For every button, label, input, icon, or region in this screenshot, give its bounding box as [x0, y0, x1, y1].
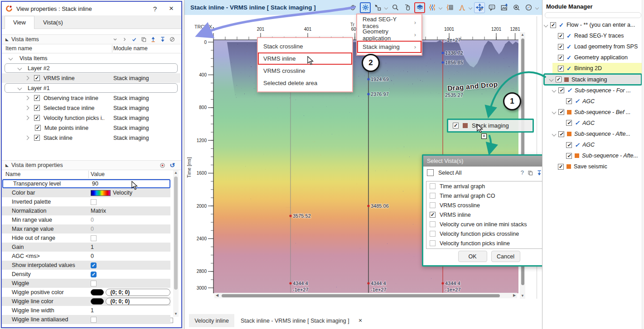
module-checkbox[interactable]: ✓ [558, 87, 564, 93]
chevron-right-icon[interactable] [25, 106, 29, 110]
tab-close-icon[interactable]: × [358, 317, 362, 324]
property-row[interactable]: AGC <ms>0 [2, 252, 170, 261]
scroll-up-icon[interactable]: ▲ [520, 32, 525, 38]
tree-item-row[interactable]: ✓VRMS inlineStack imaging [2, 73, 180, 83]
chevron-down-icon[interactable] [439, 5, 443, 11]
module-checkbox[interactable]: ✓ [558, 66, 564, 72]
item-checkbox[interactable] [430, 221, 436, 227]
property-checkbox[interactable] [91, 317, 97, 323]
item-checkbox[interactable]: ✓ [34, 95, 40, 101]
tree-item-row[interactable]: ✓Selected trace inlineStack imaging [2, 103, 180, 113]
chevron-down-icon[interactable] [535, 5, 539, 11]
vista-properties-section-header[interactable]: ◣ Vista item properties ↺ [2, 160, 181, 170]
module-checkbox[interactable]: ✓ [558, 55, 564, 61]
property-row[interactable]: Transparency level90 [2, 179, 170, 188]
property-row[interactable]: Wiggle line width1 [2, 306, 170, 315]
vista-items-section-header[interactable]: ◣ Vista items [2, 34, 181, 44]
chevron-right-icon[interactable] [122, 37, 127, 42]
scroll-left-icon[interactable]: ◀ [214, 293, 220, 298]
dialog-titlebar[interactable]: View properties : Stack inline ? × [2, 2, 181, 15]
chevron-down-icon[interactable] [384, 5, 388, 11]
color-swatch[interactable] [91, 298, 104, 305]
module-row-sub-sequence-afte-[interactable]: ✓Sub-sequence - Afte... [542, 150, 644, 161]
property-row[interactable]: Wiggle [2, 279, 170, 288]
scroll-up-icon[interactable]: ▲ [173, 170, 179, 176]
vista-checklist-item[interactable]: Time arrival graph CO [426, 191, 552, 200]
chevron-down-icon[interactable] [112, 37, 118, 42]
menu-vrms-inline[interactable]: VRMS inline [258, 52, 352, 65]
item-checkbox[interactable]: ✓ [35, 125, 41, 131]
chevron-down-icon[interactable] [9, 56, 13, 61]
property-row[interactable]: Show interpolated values✓ [2, 261, 170, 270]
chevron-down-icon[interactable] [18, 86, 22, 91]
export-up-icon[interactable] [150, 37, 156, 42]
vista-checklist-item[interactable]: VRMS crossline [426, 200, 552, 210]
module-row-sub-sequence-bef-[interactable]: ✓Sub-sequence - Bef ... [542, 107, 644, 118]
module-checkbox[interactable]: ✓ [566, 98, 572, 104]
properties-vertical-scrollbar[interactable]: ▲ ▼ [173, 170, 179, 317]
chevron-right-icon[interactable] [25, 96, 29, 100]
tree-layer-row[interactable]: Layer #1 [2, 83, 180, 93]
module-checkbox[interactable]: ✓ [558, 109, 564, 115]
module-checkbox[interactable]: ✓ [566, 120, 572, 126]
color-swatch[interactable] [91, 289, 104, 296]
module-row-flow-you-can-enter-a-[interactable]: ✓✓Flow - ** (you can enter a... [542, 19, 644, 30]
chevron-down-icon[interactable] [469, 5, 473, 11]
menu-vrms-crossline[interactable]: VRMS crossline [258, 65, 352, 77]
module-checkbox[interactable]: ✓ [566, 153, 572, 159]
tree-item-row[interactable]: ✓Velocity function picks i...Stack imagi… [2, 113, 180, 123]
property-value[interactable]: Matrix [91, 208, 106, 214]
copy-icon[interactable] [528, 170, 533, 176]
vista-checklist-item[interactable]: ✓VRMS inline [426, 210, 552, 219]
vista-checklist-item[interactable]: Time arrival graph [426, 181, 552, 191]
property-row[interactable]: Min range value0 [2, 215, 170, 224]
module-row-stack-imaging[interactable]: ✓Stack imaging [542, 74, 644, 85]
help-button[interactable]: ? [149, 5, 161, 13]
module-row-agc[interactable]: ✓✓AGC [542, 118, 644, 129]
property-checkbox[interactable] [91, 281, 97, 286]
menu-stack-imaging[interactable]: Stack imaging› [357, 41, 421, 53]
module-checkbox[interactable]: ✓ [556, 76, 562, 82]
tree-item-row[interactable]: ✓Observing trace inlineStack imaging [2, 93, 180, 103]
module-row-save-seismic[interactable]: ✓Save seismic [542, 161, 644, 172]
tree-root-row[interactable]: Vista Items [2, 53, 180, 63]
chip-checkbox[interactable]: ✓ [453, 123, 459, 129]
color-value[interactable]: (0; 0; 0) [106, 298, 170, 305]
check-icon[interactable] [131, 37, 137, 42]
chevron-down-icon[interactable] [552, 88, 557, 93]
item-checkbox[interactable]: ✓ [430, 212, 436, 218]
settings-gear-icon[interactable] [360, 2, 371, 13]
property-row[interactable]: Wiggle positive color(0; 0; 0) [2, 288, 170, 297]
measure-icon[interactable] [511, 2, 522, 13]
select-all-checkbox[interactable] [427, 169, 434, 176]
colorbar-swatch[interactable] [91, 190, 111, 196]
disable-icon[interactable] [169, 37, 175, 42]
module-row-agc[interactable]: ✓✓AGC [542, 96, 644, 107]
item-checkbox[interactable] [430, 202, 436, 208]
chevron-down-icon[interactable] [552, 110, 557, 114]
spectrum-icon[interactable] [456, 2, 467, 13]
copy-icon[interactable] [141, 37, 146, 42]
module-filter-input[interactable] [545, 12, 641, 18]
property-checkbox[interactable]: ✓ [91, 272, 97, 277]
zoom-icon[interactable] [390, 2, 401, 13]
property-row[interactable]: NormalizationMatrix [2, 206, 170, 215]
item-checkbox[interactable]: ✓ [34, 135, 40, 141]
close-button[interactable]: × [165, 4, 178, 13]
trace-table-icon[interactable] [444, 2, 455, 13]
property-row[interactable]: Density✓ [2, 270, 170, 279]
help-icon[interactable]: ? [521, 169, 524, 176]
property-row[interactable]: Wiggle line color(0; 0; 0) [2, 297, 170, 306]
comment-icon[interactable] [486, 2, 497, 13]
module-row-binning-2d[interactable]: ✓✓Binning 2D [542, 63, 644, 74]
ok-button[interactable]: OK [458, 251, 487, 262]
traces-icon[interactable] [426, 2, 437, 13]
item-checkbox[interactable]: ✓ [34, 75, 40, 81]
module-row-read-seg-y-traces[interactable]: ✓✓Read SEG-Y traces [542, 30, 644, 41]
import-down-icon[interactable] [160, 37, 165, 42]
vista-checklist-item[interactable]: Velocity function picks inline [426, 238, 552, 248]
module-row-sub-sequence-for-[interactable]: ✓✓Sub-sequence - For ... [542, 85, 644, 96]
module-checkbox[interactable]: ✓ [550, 22, 556, 28]
chevron-down-icon[interactable] [552, 132, 557, 136]
module-checkbox[interactable]: ✓ [558, 33, 564, 39]
